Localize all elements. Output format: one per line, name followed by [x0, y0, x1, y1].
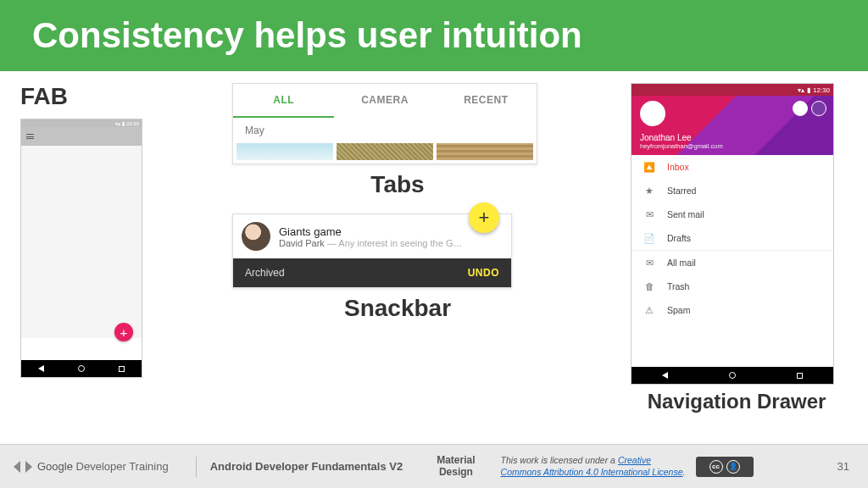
tab-recent[interactable]: RECENT — [436, 84, 537, 118]
slide-title: Consistency helps user intuition — [32, 15, 836, 56]
tab-camera[interactable]: CAMERA — [334, 84, 435, 118]
email-subject: Giants game — [279, 225, 503, 238]
topic-line1: Material — [437, 455, 475, 466]
license-pre: This work is licensed under a — [501, 455, 618, 465]
app-bar — [21, 127, 142, 146]
footer: Google Developer Training Android Develo… — [0, 444, 868, 488]
phone-body: + — [21, 146, 142, 360]
drawer-item-drafts[interactable]: 📄 Drafts — [632, 226, 833, 250]
tabs-card: ALL CAMERA RECENT May — [232, 83, 537, 164]
tabs-label: Tabs — [232, 171, 563, 198]
fab-column: FAB ▾▴ ▮ 23:30 + — [20, 83, 164, 425]
user-avatar[interactable] — [640, 101, 665, 126]
fab-label: FAB — [20, 83, 164, 110]
brand-text: Google Developer Training — [37, 460, 169, 473]
recents-icon[interactable] — [797, 373, 803, 379]
item-label: Trash — [667, 281, 689, 291]
user-name: Jonathan Lee — [640, 133, 825, 142]
drawer-item-sent[interactable]: ✉ Sent mail — [632, 202, 833, 226]
page-number: 31 — [837, 460, 849, 473]
account-chip-1[interactable] — [793, 101, 808, 116]
brand-logo: Google Developer Training — [14, 458, 169, 476]
home-icon[interactable] — [78, 365, 85, 372]
by-icon: 👤 — [726, 460, 740, 474]
item-label: All mail — [667, 258, 696, 268]
tabs-row: ALL CAMERA RECENT — [233, 84, 537, 118]
tabs-subheader: May — [233, 118, 537, 143]
email-text: Giants game David Park — Any interest in… — [279, 225, 503, 248]
system-navbar — [21, 360, 142, 377]
inbox-icon: 🔼 — [643, 161, 655, 173]
thumb-2[interactable] — [337, 143, 433, 160]
tab-all[interactable]: ALL — [233, 84, 334, 118]
account-chip-2[interactable] — [811, 101, 826, 116]
item-label: Inbox — [667, 162, 689, 172]
account-chips — [793, 101, 826, 116]
email-author: David Park — [279, 238, 325, 248]
wifi-icon: ▾▴ — [115, 120, 120, 126]
avatar — [242, 222, 270, 251]
drawer-header: Jonathan Lee heyfromjonathan@gmail.com — [632, 96, 833, 155]
trash-icon: 🗑 — [643, 280, 655, 292]
undo-button[interactable]: UNDO — [468, 267, 499, 279]
item-label: Starred — [667, 186, 696, 196]
footer-divider — [196, 457, 197, 477]
drawer-item-starred[interactable]: ★ Starred — [632, 179, 833, 202]
spam-icon: ⚠ — [643, 304, 655, 316]
back-icon[interactable] — [38, 365, 44, 372]
send-icon: ✉ — [643, 208, 655, 220]
status-time: 23:30 — [126, 121, 139, 126]
email-row[interactable]: Giants game David Park — Any interest in… — [233, 214, 511, 258]
mail-icon: ✉ — [643, 257, 655, 269]
hamburger-icon[interactable] — [26, 134, 34, 139]
battery-icon: ▮ — [807, 86, 810, 94]
drawer-list: 🔼 Inbox ★ Starred ✉ Sent mail 📄 Drafts — [632, 155, 833, 367]
signal-icon: ▾▴ — [798, 86, 804, 94]
snackbar-card: Giants game David Park — Any interest in… — [232, 214, 512, 288]
drawer-statusbar: ▾▴ ▮ 12:30 — [632, 84, 833, 96]
email-preview: — Any interest in seeing the G… — [325, 238, 463, 248]
home-icon[interactable] — [729, 372, 736, 379]
user-email: heyfromjonathan@gmail.com — [640, 142, 825, 150]
fab-phone: ▾▴ ▮ 23:30 + — [20, 119, 142, 378]
star-icon: ★ — [643, 185, 655, 197]
cc-badge: cc 👤 — [696, 457, 754, 477]
drafts-icon: 📄 — [643, 232, 655, 244]
drawer-phone: ▾▴ ▮ 12:30 Jonathan Lee heyfromjonathan@… — [631, 83, 834, 385]
footer-course: Android Developer Fundamentals V2 — [210, 460, 403, 473]
logo-icon — [14, 458, 32, 476]
drawer-label: Navigation Drawer — [631, 390, 843, 413]
thumb-3[interactable] — [437, 143, 533, 160]
image-strip — [233, 143, 537, 164]
system-navbar — [632, 367, 833, 384]
cc-icon: cc — [709, 460, 723, 474]
status-time: 12:30 — [813, 86, 830, 94]
battery-icon: ▮ — [122, 120, 125, 126]
middle-column: ALL CAMERA RECENT May Tabs Giants game D… — [232, 83, 563, 425]
license-post: . — [683, 467, 686, 477]
item-label: Spam — [667, 305, 690, 315]
status-bar: ▾▴ ▮ 23:30 — [21, 119, 142, 127]
topic-line2: Design — [437, 467, 475, 478]
drawer-item-allmail[interactable]: ✉ All mail — [632, 251, 833, 274]
compose-fab[interactable]: + — [469, 202, 499, 233]
footer-license: This work is licensed under a Creative C… — [501, 455, 687, 477]
item-label: Sent mail — [667, 209, 704, 219]
drawer-item-trash[interactable]: 🗑 Trash — [632, 274, 833, 298]
recents-icon[interactable] — [119, 366, 125, 372]
item-label: Drafts — [667, 233, 691, 243]
slide-content: FAB ▾▴ ▮ 23:30 + ALL — [0, 71, 868, 425]
brand-strong: Google — [37, 460, 73, 473]
fab-button[interactable]: + — [114, 323, 133, 341]
thumb-1[interactable] — [236, 143, 333, 160]
back-icon[interactable] — [662, 372, 668, 379]
footer-topic: Material Design — [437, 455, 475, 477]
drawer-item-inbox[interactable]: 🔼 Inbox — [632, 155, 833, 179]
email-preview-line: David Park — Any interest in seeing the … — [279, 238, 503, 248]
snackbar-message: Archived — [245, 267, 285, 279]
snackbar-label: Snackbar — [232, 295, 563, 322]
brand-rest: Developer Training — [73, 460, 169, 473]
snackbar: Archived UNDO — [233, 258, 511, 287]
drawer-item-spam[interactable]: ⚠ Spam — [632, 298, 833, 322]
title-bar: Consistency helps user intuition — [0, 0, 868, 71]
